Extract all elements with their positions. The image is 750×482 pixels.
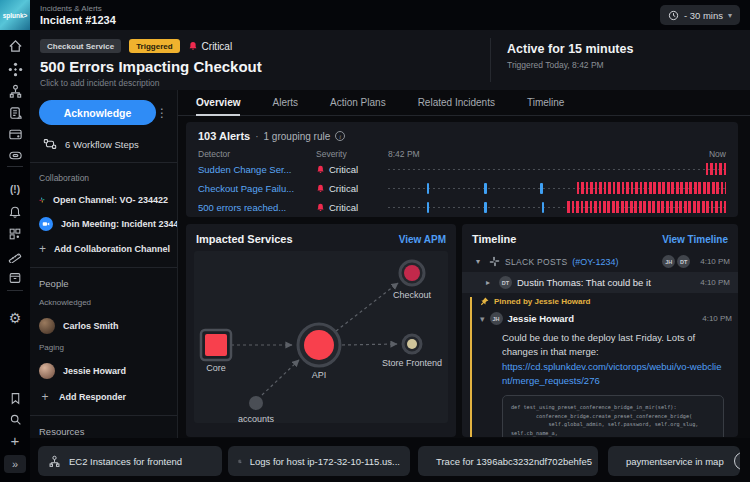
service-edge (336, 283, 398, 331)
acknowledge-button[interactable]: Acknowledge (39, 100, 156, 125)
service-node-api[interactable]: API (298, 324, 340, 380)
join-meeting-link[interactable]: Join Meeting: Incident 234422 (39, 217, 168, 231)
tab-strip: Overview Alerts Action Plans Related Inc… (178, 90, 750, 116)
separator-dot: · (255, 131, 258, 142)
rail-divider (7, 290, 23, 291)
column-detector: Detector (198, 149, 316, 159)
tab-overview[interactable]: Overview (196, 90, 240, 116)
plus-icon[interactable]: + (0, 430, 30, 450)
paging-label: Paging (39, 343, 168, 352)
service-map[interactable]: CoreAPIaccountsCheckoutStore Frontend (194, 251, 448, 423)
collapse-icon[interactable]: » (0, 454, 30, 474)
plus-icon: + (39, 390, 51, 404)
event-tick (427, 202, 430, 213)
participant-avatars: JH DT (662, 255, 690, 268)
merge-request-link[interactable]: https://cd.splunkdev.com/victorops/webui… (502, 361, 721, 386)
person-carlos-smith[interactable]: Carlos Smith (39, 318, 168, 334)
suggestion-chip-paymentservice[interactable]: paymentservice in map › (608, 446, 740, 476)
alerts-panel: 103 Alerts · 1 grouping rule i Detector … (186, 122, 738, 217)
status-badge: Triggered (129, 39, 179, 53)
person-jessie-howard[interactable]: Jessie Howard (39, 363, 168, 379)
gear-icon[interactable]: ⚙ (0, 308, 30, 328)
dashboards-icon[interactable] (0, 224, 30, 244)
id-card-icon[interactable] (0, 124, 30, 144)
alert-detector-link[interactable]: Sudden Change Ser... (198, 164, 316, 175)
slo-ruler-icon[interactable] (0, 246, 30, 266)
tab-timeline[interactable]: Timeline (527, 90, 564, 116)
logs-icon[interactable] (0, 103, 30, 123)
view-timeline-link[interactable]: View Timeline (662, 234, 728, 245)
code-snippet[interactable]: def test_using_preset_conference_bridge_… (502, 395, 724, 437)
alert-row[interactable]: 500 errors reached...Critical (198, 198, 726, 216)
suggestion-chip-trace[interactable]: Trace for 1396abc3232ndf702behfe5 (418, 446, 598, 476)
alert-row[interactable]: Checkout Page Failu...Critical (198, 179, 726, 197)
apm-icon[interactable] (0, 59, 30, 79)
pin-icon (480, 297, 489, 306)
infrastructure-icon[interactable] (0, 81, 30, 101)
service-badge[interactable]: Checkout Service (40, 39, 121, 53)
caret-down-icon[interactable]: ▾ (476, 257, 484, 266)
divider (30, 267, 177, 268)
service-edge (342, 344, 397, 345)
join-meeting-label: Join Meeting: Incident 234422 (61, 219, 178, 229)
pinned-author-row[interactable]: ▾ JH Jessie Howard 4:10 PM (480, 312, 738, 325)
timestamp: 4:10 PM (700, 257, 730, 266)
search-icon[interactable] (0, 409, 30, 429)
add-collaboration-channel[interactable]: + Add Collaboration Channel (39, 242, 168, 256)
chip-label: paymentservice in map (626, 456, 724, 467)
alert-detector-link[interactable]: 500 errors reached... (198, 202, 316, 213)
tab-related-incidents[interactable]: Related Incidents (418, 90, 495, 116)
column-severity: Severity (316, 149, 388, 159)
severity-label: Critical (202, 41, 233, 52)
incident-description-placeholder[interactable]: Click to add incident description (40, 78, 490, 88)
incident-icon[interactable]: (!) (0, 180, 30, 200)
zoom-icon (39, 217, 53, 231)
suggestion-chip-ec2[interactable]: EC2 Instances for frontend (38, 446, 222, 476)
workflow-steps-link[interactable]: 6 Workflow Steps (43, 137, 168, 151)
column-end-time: Now (709, 149, 726, 159)
left-nav-rail: splunk> (!) ⚙ + » (0, 0, 30, 482)
info-icon[interactable]: i (335, 131, 345, 141)
add-responder-button[interactable]: + Add Responder (39, 390, 168, 404)
tab-alerts[interactable]: Alerts (272, 90, 298, 116)
divider (30, 162, 177, 163)
time-range-picker[interactable]: - 30 mins ▾ (660, 5, 740, 25)
timeline-message[interactable]: ▸ DT Dustin Thomas: That could be it 4:1… (462, 272, 738, 293)
breadcrumb[interactable]: Incidents & Alerts (40, 4, 116, 13)
avatar (39, 318, 55, 334)
alert-count: 103 Alerts (198, 130, 250, 142)
service-node-core[interactable]: Core (201, 330, 231, 373)
author-name: Jessie Howard (508, 313, 575, 324)
alert-severity: Critical (316, 164, 388, 175)
severity-label: Critical (329, 183, 358, 194)
bell-icon[interactable] (0, 202, 30, 222)
service-node-label: Checkout (393, 290, 432, 300)
alert-detector-link[interactable]: Checkout Page Failu... (198, 183, 316, 194)
service-node-store-frontend[interactable]: Store Frontend (382, 335, 442, 368)
view-apm-link[interactable]: View APM (399, 234, 446, 245)
splunk-logo[interactable]: splunk> (0, 0, 30, 30)
alert-row[interactable]: Sudden Change Ser...Critical (198, 160, 726, 178)
bookmark-icon[interactable] (0, 388, 30, 408)
badge-icon[interactable] (0, 145, 30, 165)
avatar-dt: DT (677, 255, 690, 268)
chevron-right-button[interactable]: › (734, 452, 740, 470)
service-node-checkout[interactable]: Checkout (393, 261, 432, 300)
avatar-jh: JH (662, 255, 675, 268)
package-icon[interactable] (0, 268, 30, 288)
suggestion-chip-logs[interactable]: Logs for host ip-172-32-10-115.us... (228, 446, 410, 476)
column-start-time: 8:42 PM (388, 149, 420, 159)
service-node-accounts[interactable]: accounts (238, 396, 275, 423)
caret-right-icon[interactable]: ▸ (486, 278, 494, 287)
severity-bell-icon (316, 184, 325, 193)
kebab-menu-icon[interactable]: ⋮ (156, 106, 168, 120)
home-icon[interactable] (0, 36, 30, 56)
tab-action-plans[interactable]: Action Plans (330, 90, 386, 116)
slack-posts-group[interactable]: ▾ SLACK POSTS (#OY-1234) JH DT 4:10 PM (462, 251, 738, 272)
open-channel-link[interactable]: Open Channel: VO- 234422 (39, 194, 168, 206)
slack-channel-link[interactable]: (#OY-1234) (572, 257, 618, 267)
event-tick (484, 202, 487, 213)
caret-down-icon[interactable]: ▾ (480, 314, 485, 324)
critical-event-cluster (567, 201, 726, 213)
critical-event-cluster (706, 163, 726, 175)
